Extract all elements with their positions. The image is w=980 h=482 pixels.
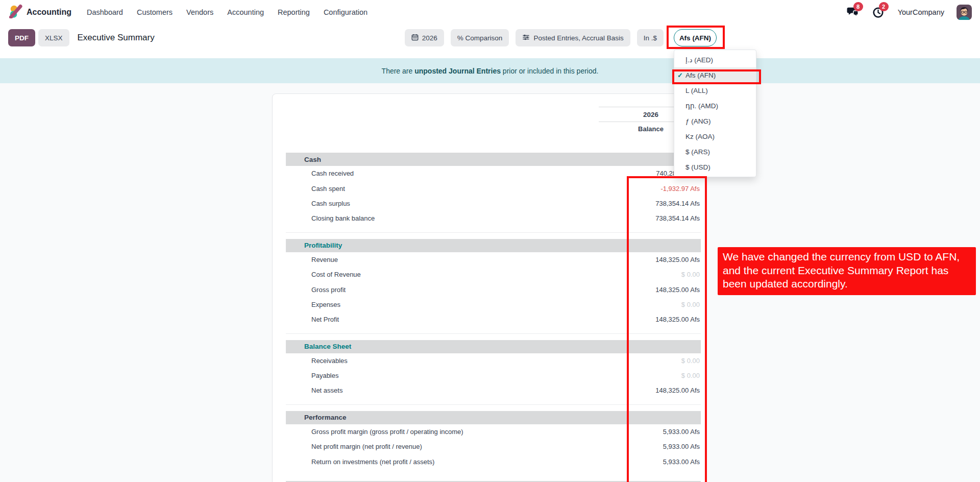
currency-option-label: Kz (AOA): [685, 133, 715, 140]
row-value: 5,933.00 Afs: [663, 428, 701, 436]
nav-item-configuration[interactable]: Configuration: [324, 8, 368, 16]
currency-option[interactable]: դր. (AMD): [674, 98, 756, 113]
app-brand[interactable]: Accounting: [8, 4, 71, 20]
row-value: 148,325.00 Afs: [655, 387, 701, 394]
nav-item-dashboard[interactable]: Dashboard: [87, 8, 123, 16]
report-section: Balance SheetReceivables$ 0.00Payables$ …: [286, 333, 701, 398]
decimals-filter-button[interactable]: In .$: [637, 29, 664, 46]
currency-option[interactable]: ƒ (ANG): [674, 113, 756, 129]
comparison-filter-button[interactable]: % Comparison: [451, 29, 509, 46]
app-name[interactable]: Accounting: [27, 8, 71, 17]
row-value: $ 0.00: [681, 301, 701, 308]
currency-option[interactable]: $ (ARS): [674, 144, 756, 159]
row-value: $ 0.00: [681, 271, 701, 278]
report-section: PerformanceGross profit margin (gross pr…: [286, 404, 701, 469]
report-row: Cost of Revenue$ 0.00: [286, 267, 701, 282]
row-value: 148,325.00 Afs: [655, 316, 701, 323]
activities-badge: 2: [879, 2, 889, 11]
report-row: Gross profit148,325.00 Afs: [286, 282, 701, 297]
xlsx-button[interactable]: XLSX: [38, 29, 69, 46]
currency-option[interactable]: د.إ (AED): [674, 52, 756, 67]
report-section: ProfitabilityRevenue148,325.00 AfsCost o…: [286, 232, 701, 327]
currency-option[interactable]: ✓Afs (AFN): [674, 67, 756, 83]
report-row: Cash surplus738,354.14 Afs: [286, 196, 701, 211]
nav-item-accounting[interactable]: Accounting: [227, 8, 264, 16]
section-header[interactable]: Balance Sheet: [286, 340, 701, 353]
report-row: Net profit margin (net profit / revenue)…: [286, 439, 701, 454]
nav-item-reporting[interactable]: Reporting: [278, 8, 310, 16]
currency-option[interactable]: $ (USD): [674, 159, 756, 175]
activities-button[interactable]: 2: [872, 6, 886, 19]
page-title: Executive Summary: [78, 33, 155, 43]
currency-dropdown-menu: د.إ (AED)✓Afs (AFN)L (ALL)դր. (AMD)ƒ (AN…: [674, 50, 756, 177]
sliders-icon: [522, 34, 530, 42]
row-label: Net profit margin (net profit / revenue): [286, 443, 422, 450]
row-label: Closing bank balance: [286, 214, 375, 222]
row-value: $ 0.00: [681, 372, 701, 379]
report-table: CashCash received740,287.11 AfsCash spen…: [286, 153, 701, 482]
messages-badge: 8: [853, 2, 863, 11]
nav-item-customers[interactable]: Customers: [137, 8, 173, 16]
row-value: 738,354.14 Afs: [655, 214, 701, 222]
accounting-app-icon: [8, 4, 22, 20]
report-row: Gross profit margin (gross profit / oper…: [286, 424, 701, 439]
row-label: Cash surplus: [286, 200, 350, 207]
executive-summary-report: 2026 Balance CashCash received740,287.11…: [272, 93, 706, 482]
user-avatar[interactable]: [957, 5, 972, 20]
report-toolbar: PDF XLSX Executive Summary 2026 % Compar…: [0, 25, 980, 58]
report-row: Net Profit148,325.00 Afs: [286, 312, 701, 327]
report-row: Return on investments (net profit / asse…: [286, 454, 701, 469]
row-value: -1,932.97 Afs: [660, 185, 701, 192]
row-label: Net Profit: [286, 316, 339, 323]
row-value: 738,354.14 Afs: [655, 200, 701, 207]
section-header[interactable]: Performance: [286, 411, 701, 424]
currency-option-label: L (ALL): [685, 87, 708, 94]
currency-option[interactable]: L (ALL): [674, 83, 756, 98]
currency-option-label: Afs (AFN): [685, 71, 716, 79]
row-label: Net assets: [286, 387, 342, 394]
row-label: Revenue: [286, 256, 338, 263]
row-label: Cash spent: [286, 185, 345, 192]
calendar-icon: [411, 34, 419, 42]
row-value: 5,933.00 Afs: [663, 443, 701, 450]
row-value: 148,325.00 Afs: [655, 286, 701, 294]
currency-option-label: د.إ (AED): [685, 56, 713, 64]
currency-filter-button[interactable]: Afs (AFN): [674, 29, 717, 46]
messages-button[interactable]: 8: [847, 6, 860, 19]
top-nav-bar: Accounting DashboardCustomersVendorsAcco…: [0, 0, 980, 25]
pdf-button[interactable]: PDF: [8, 29, 35, 46]
row-label: Cost of Revenue: [286, 271, 361, 278]
annotation-note: We have changed the currency from USD to…: [718, 247, 976, 295]
report-row: Expenses$ 0.00: [286, 297, 701, 312]
unposted-entries-alert: There are unposted Journal Entries prior…: [0, 58, 980, 83]
company-name[interactable]: YourCompany: [898, 8, 944, 16]
chat-bubbles-icon: [847, 11, 860, 20]
alert-text-suffix: prior or included in this period.: [501, 67, 598, 75]
report-row: Net assets148,325.00 Afs: [286, 383, 701, 398]
alert-bold-text: unposted Journal Entries: [414, 67, 501, 75]
nav-item-vendors[interactable]: Vendors: [186, 8, 213, 16]
nav-menu: DashboardCustomersVendorsAccountingRepor…: [87, 8, 368, 16]
options-filter-button[interactable]: Posted Entries, Accrual Basis: [516, 29, 630, 46]
section-header[interactable]: Profitability: [286, 239, 701, 252]
period-filter-button[interactable]: 2026: [405, 29, 444, 46]
filter-bar: 2026 % Comparison Posted Entries, Accrua…: [405, 29, 664, 46]
row-label: Return on investments (net profit / asse…: [286, 458, 434, 466]
currency-option-label: $ (ARS): [685, 148, 710, 156]
row-value: $ 0.00: [681, 357, 701, 365]
alert-text: There are: [382, 67, 415, 75]
report-row: Payables$ 0.00: [286, 368, 701, 383]
report-row: Revenue148,325.00 Afs: [286, 252, 701, 267]
decimals-filter-label: In .$: [644, 34, 657, 42]
report-row: Cash spent-1,932.97 Afs: [286, 181, 701, 196]
currency-option[interactable]: Kz (AOA): [674, 129, 756, 144]
row-value: 148,325.00 Afs: [655, 256, 701, 263]
section-header[interactable]: Cash: [286, 153, 701, 166]
row-label: Receivables: [286, 357, 348, 365]
row-value: 5,933.00 Afs: [663, 458, 701, 466]
check-icon: ✓: [677, 71, 683, 79]
options-filter-label: Posted Entries, Accrual Basis: [533, 34, 623, 42]
report-row: Cash received740,287.11 Afs: [286, 166, 701, 181]
period-filter-label: 2026: [422, 34, 437, 42]
row-label: Cash received: [286, 170, 354, 177]
